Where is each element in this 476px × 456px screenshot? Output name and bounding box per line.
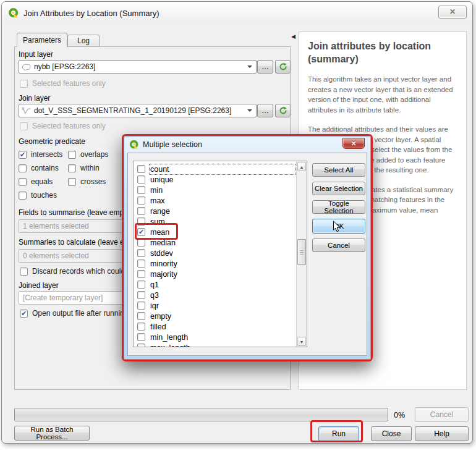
- checkbox-icon: [68, 164, 76, 172]
- dialog-client-area: countuniqueminmaxrangesum✔meanmedianstdd…: [127, 153, 367, 356]
- join-layer-browse-button[interactable]: …: [257, 104, 273, 117]
- mouse-cursor: [333, 221, 341, 233]
- predicate-overlaps[interactable]: overlaps: [68, 150, 108, 159]
- list-item-q1[interactable]: q1: [135, 279, 294, 290]
- annotation-box-dialog: Multiple selection ✕ countuniqueminmaxra…: [122, 134, 373, 361]
- list-scrollbar[interactable]: ▲ ▼: [296, 161, 307, 347]
- checkbox-icon: [137, 312, 145, 320]
- list-item-minority[interactable]: minority: [135, 258, 294, 269]
- scroll-up-icon[interactable]: ▲: [297, 162, 306, 171]
- tab-parameters[interactable]: Parameters: [17, 33, 67, 47]
- checkbox-icon: [19, 192, 27, 200]
- checkbox-icon: [20, 122, 28, 130]
- help-paragraph-1: This algorithm takes an input vector lay…: [308, 74, 457, 115]
- refresh-icon: [279, 106, 287, 115]
- run-button[interactable]: Run: [318, 426, 359, 441]
- checkbox-icon: [20, 80, 28, 88]
- geometric-predicate-label: Geometric predicate: [19, 137, 85, 146]
- checkbox-icon: [137, 239, 145, 247]
- collapse-help-arrow-icon[interactable]: ◀: [291, 33, 295, 40]
- multiple-selection-dialog: Multiple selection ✕ countuniqueminmaxra…: [124, 136, 371, 360]
- scroll-down-icon[interactable]: ▼: [297, 337, 306, 346]
- input-layer-combo[interactable]: nybb [EPSG:2263]: [19, 60, 257, 74]
- tab-log[interactable]: Log: [67, 35, 100, 47]
- qgis-logo-icon: [8, 7, 19, 19]
- list-item-max_length[interactable]: max_length: [135, 342, 294, 347]
- window-close-button[interactable]: ✕: [438, 6, 467, 19]
- run-batch-button[interactable]: Run as Batch Process...: [14, 426, 90, 441]
- list-item-min_length[interactable]: min_length: [135, 332, 294, 342]
- scrollbar-thumb[interactable]: [297, 239, 306, 265]
- checkbox-icon: [137, 270, 145, 278]
- checkbox-icon: [68, 151, 76, 159]
- modal-cancel-button[interactable]: Cancel: [312, 239, 365, 252]
- chevron-down-icon: [247, 109, 252, 112]
- input-layer-browse-button[interactable]: …: [257, 60, 273, 74]
- predicate-touches[interactable]: touches: [19, 191, 68, 200]
- predicate-intersects[interactable]: ✔intersects: [19, 150, 68, 159]
- checkbox-icon: [68, 178, 76, 186]
- list-item-filled[interactable]: filled: [135, 321, 294, 332]
- select-all-button[interactable]: Select All: [312, 163, 365, 177]
- list-item-majority[interactable]: majority: [135, 269, 294, 279]
- close-icon: ✕: [449, 7, 456, 16]
- titlebar: Join Attributes by Location (Summary): [2, 2, 472, 24]
- checkbox-icon: [137, 333, 145, 341]
- list-item-q3[interactable]: q3: [135, 290, 294, 300]
- line-layer-icon: [22, 107, 32, 115]
- dialog-titlebar: Multiple selection: [124, 137, 370, 153]
- checkbox-icon: [137, 281, 145, 289]
- clear-selection-button[interactable]: Clear Selection: [312, 182, 365, 195]
- list-item-max[interactable]: max: [135, 195, 294, 206]
- predicate-contains[interactable]: contains: [19, 164, 68, 172]
- list-item-count[interactable]: count: [135, 164, 294, 174]
- join-layer-label: Join layer: [19, 94, 50, 103]
- dialog-title: Multiple selection: [143, 140, 202, 149]
- checkbox-icon: [20, 268, 28, 276]
- checkbox-icon: [19, 164, 27, 172]
- toggle-selection-button[interactable]: Toggle Selection: [312, 200, 365, 214]
- statistics-list: countuniqueminmaxrangesum✔meanmedianstdd…: [133, 161, 307, 347]
- window-title: Join Attributes by Location (Summary): [23, 9, 159, 18]
- refresh-icon: [279, 62, 287, 71]
- chevron-down-icon: [247, 65, 252, 68]
- checkbox-icon: ✔: [20, 310, 28, 318]
- geometric-predicate-grid: ✔intersectsoverlapscontainswithinequalsc…: [19, 150, 108, 200]
- join-selected-features-checkbox[interactable]: Selected features only: [20, 122, 106, 130]
- cancel-button[interactable]: Cancel: [415, 407, 469, 422]
- input-layer-refresh-button[interactable]: [275, 60, 291, 74]
- checkbox-icon: [137, 344, 145, 347]
- dialog-close-button[interactable]: ✕: [342, 138, 365, 149]
- checkbox-icon: [137, 291, 145, 299]
- list-item-range[interactable]: range: [135, 206, 294, 216]
- list-item-stddev[interactable]: stddev: [135, 248, 294, 258]
- input-layer-value: nybb [EPSG:2263]: [34, 62, 95, 71]
- list-item-min[interactable]: min: [135, 185, 294, 195]
- joined-layer-label: Joined layer: [19, 281, 59, 290]
- list-item-iqr[interactable]: iqr: [135, 300, 294, 311]
- input-layer-label: Input layer: [19, 50, 53, 59]
- qgis-logo-icon: [129, 140, 139, 150]
- list-item-unique[interactable]: unique: [135, 174, 294, 185]
- predicate-equals[interactable]: equals: [19, 177, 68, 186]
- screenshot-root: Join Attributes by Location (Summary) ✕ …: [0, 0, 476, 456]
- checkbox-icon: [137, 260, 145, 268]
- progress-bar: [14, 408, 388, 421]
- predicate-within[interactable]: within: [68, 164, 108, 172]
- checkbox-icon: [137, 175, 145, 184]
- close-icon: ✕: [351, 140, 356, 147]
- close-button[interactable]: Close: [371, 426, 412, 441]
- list-item-mean[interactable]: ✔mean: [135, 227, 294, 237]
- list-item-sum[interactable]: sum: [135, 216, 294, 227]
- checkbox-icon: [19, 178, 27, 186]
- checkbox-icon: [137, 217, 145, 226]
- help-title: Join attributes by location (summary): [308, 40, 457, 65]
- predicate-crosses[interactable]: crosses: [68, 177, 108, 186]
- join-layer-value: dot_V_SSS_SEGMENTRATING_1_20190129 [EPSG…: [34, 106, 231, 115]
- list-item-median[interactable]: median: [135, 237, 294, 248]
- list-item-empty[interactable]: empty: [135, 311, 294, 321]
- help-button[interactable]: Help: [415, 426, 469, 441]
- input-selected-features-checkbox[interactable]: Selected features only: [20, 79, 106, 88]
- join-layer-refresh-button[interactable]: [275, 104, 291, 117]
- join-layer-combo[interactable]: dot_V_SSS_SEGMENTRATING_1_20190129 [EPSG…: [19, 104, 257, 117]
